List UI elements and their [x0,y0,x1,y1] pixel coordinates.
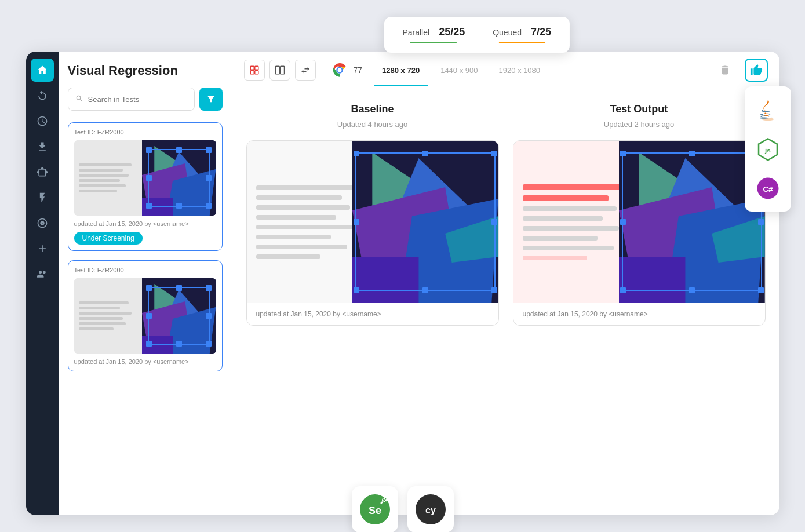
svg-point-19 [337,68,341,72]
svg-rect-13 [254,66,258,70]
main-area: 77 1280 x 720 1440 x 900 1920 x 1080 Bas… [232,52,779,515]
svg-text:C#: C# [763,185,773,194]
svg-rect-15 [254,71,258,74]
queued-bar [499,42,545,43]
svg-rect-32 [619,257,685,303]
svg-text:js: js [764,146,771,154]
svg-rect-5 [142,198,173,216]
baseline-column: Baseline Updated 4 hours ago [246,103,499,501]
nav-layers[interactable] [31,212,54,235]
main-card: Visual Regression Test ID: FZR2000 [26,52,779,515]
test-thumb-2 [74,278,216,354]
cypress-icon-card[interactable]: cy [407,486,454,532]
nav-lightning[interactable] [31,186,54,209]
split-tool-button[interactable] [269,60,290,81]
test-output-column: Test Output Updated 2 hours ago [513,103,766,501]
panel-title: Visual Regression [68,63,223,78]
test-updated-2: updated at Jan 15, 2020 by <username> [74,358,216,365]
test-card-2[interactable]: Test ID: FZR2000 [68,260,223,371]
nav-history[interactable] [31,84,54,107]
search-icon [75,94,83,104]
right-float-panel: js C# [745,86,791,212]
nav-home[interactable] [31,59,54,82]
nodejs-icon[interactable]: js [754,135,782,163]
svg-rect-11 [142,336,173,354]
svg-rect-25 [352,257,418,303]
parallel-label: Parallel [402,28,429,37]
nav-robot[interactable] [31,161,54,184]
test-badge-1: Under Screening [74,232,143,245]
approve-button[interactable] [745,59,768,82]
toolbar-divider [323,62,323,78]
test-output-footer: updated at Jan 15, 2020 by <username> [513,303,765,325]
queued-status: Queued 7/25 [493,26,551,43]
baseline-card: updated at Jan 15, 2020 by <username> [246,140,499,326]
queued-label: Queued [493,28,522,37]
chrome-icon [330,61,349,79]
browser-count: 77 [354,65,363,75]
selenium-icon-card[interactable]: Se [352,486,398,532]
java-icon[interactable] [754,96,782,123]
diff-tool-button[interactable] [244,60,265,81]
svg-rect-14 [250,71,254,74]
resolution-1920[interactable]: 1920 x 1080 [491,63,549,78]
search-input[interactable] [88,95,187,104]
search-row [68,88,223,111]
test-card-1[interactable]: Test ID: FZR2000 [68,122,223,251]
status-popup: Parallel 25/25 Queued 7/25 [384,17,570,53]
baseline-subtitle: Updated 4 hours ago [246,120,499,129]
left-panel: Visual Regression Test ID: FZR2000 [59,52,232,515]
sidebar-nav [26,52,59,515]
test-output-subtitle: Updated 2 hours ago [513,120,766,129]
test-id-1: Test ID: FZR2000 [74,129,216,136]
svg-rect-16 [275,66,279,74]
baseline-image [247,141,498,303]
trash-button[interactable] [715,60,735,81]
swap-tool-button[interactable] [295,60,316,81]
parallel-bar [410,42,457,43]
parallel-value: 25/25 [439,26,465,38]
svg-text:cy: cy [425,505,436,515]
search-input-wrap[interactable] [68,88,195,111]
content-area: Baseline Updated 4 hours ago [232,89,779,515]
nav-add[interactable] [31,237,54,260]
bottom-float-icons: Se cy [352,486,454,532]
toolbar: 77 1280 x 720 1440 x 900 1920 x 1080 [232,52,779,89]
test-output-title: Test Output [513,103,766,115]
nav-download[interactable] [31,135,54,158]
nav-clock[interactable] [31,110,54,133]
svg-text:Se: Se [368,505,381,516]
nav-users[interactable] [31,263,54,286]
resolution-1280[interactable]: 1280 x 720 [374,63,428,78]
csharp-icon[interactable]: C# [754,174,782,202]
baseline-footer: updated at Jan 15, 2020 by <username> [247,303,498,325]
svg-rect-17 [280,66,284,74]
test-output-card: updated at Jan 15, 2020 by <username> [513,140,766,326]
test-output-image [513,141,765,303]
test-id-2: Test ID: FZR2000 [74,267,216,274]
queued-value: 7/25 [531,26,551,38]
test-updated-1: updated at Jan 15, 2020 by <username> [74,220,216,227]
parallel-status: Parallel 25/25 [402,26,465,43]
filter-button[interactable] [199,88,223,111]
resolution-1440[interactable]: 1440 x 900 [432,63,486,78]
test-thumb-1 [74,140,216,216]
baseline-title: Baseline [246,103,499,115]
svg-rect-12 [250,66,254,70]
